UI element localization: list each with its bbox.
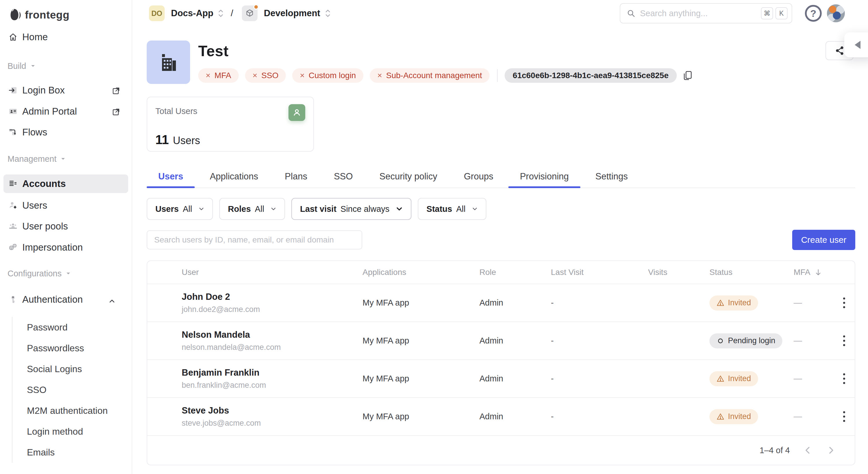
next-page-icon[interactable]: [826, 445, 836, 455]
auth-submenu-item[interactable]: Password: [12, 317, 132, 338]
section-label-text: Build: [7, 61, 26, 71]
topbar: DO Docs-App / Development: [147, 0, 855, 27]
sidebar-item-login-box[interactable]: Login Box: [3, 81, 128, 99]
tab-provisioning[interactable]: Provisioning: [508, 167, 580, 187]
feature-tags: × MFA × SSO × Custom login × Sub-Account…: [198, 68, 693, 83]
breadcrumb-env-name[interactable]: Development: [264, 8, 320, 19]
cell-application: My MFA app: [363, 298, 479, 307]
app-badge[interactable]: DO: [149, 5, 165, 21]
remove-tag-icon[interactable]: ×: [300, 71, 304, 80]
previous-page-icon[interactable]: [803, 445, 813, 455]
sidebar-item-user-pools[interactable]: User pools: [3, 217, 128, 236]
col-visits: Visits: [648, 268, 709, 277]
flows-icon: [9, 128, 18, 137]
user-avatar[interactable]: [827, 4, 845, 22]
remove-tag-icon[interactable]: ×: [377, 71, 382, 80]
tab-settings[interactable]: Settings: [584, 167, 640, 187]
sidebar-item-label: Admin Portal: [22, 106, 77, 117]
table-row[interactable]: Benjamin Franklin ben.franklin@acme.com …: [147, 359, 855, 397]
auth-submenu-item[interactable]: Social Logins: [12, 359, 132, 379]
auth-submenu-item[interactable]: Emails: [12, 442, 132, 463]
collapse-panel-handle[interactable]: [844, 32, 868, 57]
row-menu-icon[interactable]: [837, 294, 851, 312]
tab-sso[interactable]: SSO: [322, 167, 364, 187]
auth-submenu-item[interactable]: M2M authentication: [12, 400, 132, 421]
sidebar-item-accounts[interactable]: Accounts: [3, 175, 128, 193]
user-email: john.doe2@acme.com: [182, 305, 363, 314]
total-users-card: Total Users 11 Users: [147, 97, 314, 152]
copy-icon[interactable]: [682, 70, 693, 81]
breadcrumb-app-name[interactable]: Docs-App: [171, 8, 213, 19]
tab-groups[interactable]: Groups: [452, 167, 505, 187]
user-name: Benjamin Franklin: [182, 367, 363, 378]
sidebar-section-configurations[interactable]: Configurations: [0, 268, 132, 279]
frontegg-logo[interactable]: frontegg: [0, 0, 132, 23]
user-name: Nelson Mandela: [182, 330, 363, 340]
table-row[interactable]: Steve Jobs steve.jobs@acme.com My MFA ap…: [147, 397, 855, 435]
table-row[interactable]: Nelson Mandela nelson.mandela@acme.com M…: [147, 322, 855, 359]
tag-mfa[interactable]: × MFA: [198, 68, 239, 83]
row-menu-icon[interactable]: [837, 332, 851, 350]
remove-tag-icon[interactable]: ×: [253, 71, 257, 80]
tag-sub-account-management[interactable]: × Sub-Account management: [370, 68, 490, 83]
tab-plans[interactable]: Plans: [273, 167, 319, 187]
filter-value: All: [456, 204, 466, 214]
tag-sso[interactable]: × SSO: [245, 68, 286, 83]
environment-badge[interactable]: [242, 5, 257, 21]
sidebar-item-label: Login Box: [22, 85, 65, 96]
user-name: Steve Jobs: [182, 406, 363, 416]
sidebar-section-management[interactable]: Management: [0, 153, 132, 165]
tag-custom-login[interactable]: × Custom login: [292, 68, 363, 83]
auth-submenu-item[interactable]: Login method: [12, 421, 132, 442]
circle-icon: [716, 337, 724, 345]
chevron-down-icon: [30, 63, 36, 68]
external-link-icon[interactable]: [112, 107, 120, 115]
tab-applications[interactable]: Applications: [198, 167, 270, 187]
sidebar-section-build[interactable]: Build: [0, 60, 132, 72]
sidebar-item-label: User pools: [22, 221, 68, 232]
help-icon[interactable]: ?: [805, 5, 822, 22]
sidebar-item-authentication[interactable]: Authentication: [3, 290, 128, 309]
row-menu-icon[interactable]: [837, 408, 851, 425]
global-search-input[interactable]: [636, 9, 758, 18]
filter-status[interactable]: Status All: [418, 198, 486, 220]
create-user-button[interactable]: Create user: [792, 230, 855, 250]
sidebar-item-users[interactable]: Users: [3, 196, 128, 215]
account-uuid-pill[interactable]: 61c60e6b-1298-4b1c-aea9-413815ce825e: [505, 68, 677, 83]
tag-label: Custom login: [309, 71, 356, 80]
sidebar-item-impersonation[interactable]: Impersonation: [3, 238, 128, 257]
global-search[interactable]: ⌘ K: [620, 3, 792, 24]
sidebar-item-flows[interactable]: Flows: [3, 123, 128, 142]
app-switcher-icon[interactable]: [218, 8, 224, 18]
filter-users[interactable]: Users All: [147, 198, 213, 220]
filters-row: Users All Roles All Last visit Since alw…: [147, 198, 855, 220]
filter-last-visit[interactable]: Last visit Since always: [291, 198, 411, 220]
row-menu-icon[interactable]: [837, 370, 851, 387]
tag-label: MFA: [214, 71, 231, 80]
environment-switcher-icon[interactable]: [325, 8, 331, 18]
tag-label: Sub-Account management: [386, 71, 482, 80]
sidebar-item-home[interactable]: Home: [3, 28, 128, 46]
warning-icon: [716, 299, 724, 307]
egg-logo-icon: [8, 7, 23, 23]
cell-role: Admin: [479, 374, 551, 383]
status-badge: Invited: [709, 295, 758, 310]
remove-tag-icon[interactable]: ×: [206, 71, 210, 80]
tab-users[interactable]: Users: [147, 167, 195, 187]
cell-application: My MFA app: [363, 412, 479, 421]
filter-roles[interactable]: Roles All: [219, 198, 285, 220]
tab-security-policy[interactable]: Security policy: [368, 167, 449, 187]
sidebar-item-admin-portal[interactable]: Admin Portal: [3, 102, 128, 121]
user-search-input[interactable]: [147, 230, 362, 249]
search-icon: [627, 9, 636, 18]
auth-submenu-item[interactable]: SSO: [12, 379, 132, 400]
filter-value: All: [255, 204, 264, 214]
home-icon: [9, 33, 18, 41]
col-mfa-sort[interactable]: MFA: [794, 268, 837, 277]
environment-status-dot: [253, 4, 259, 9]
external-link-icon[interactable]: [112, 86, 120, 94]
auth-submenu-item[interactable]: Passwordless: [12, 338, 132, 359]
table-row[interactable]: John Doe 2 john.doe2@acme.com My MFA app…: [147, 284, 855, 322]
chevron-down-icon: [60, 156, 66, 161]
cell-role: Admin: [479, 298, 551, 307]
